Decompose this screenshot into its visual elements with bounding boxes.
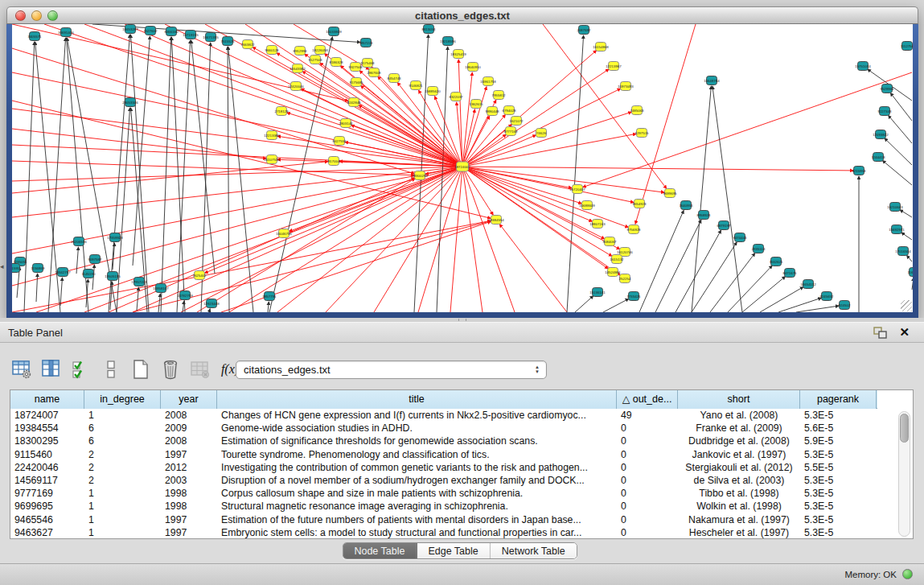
graph-node[interactable]: 12923448 <box>203 299 220 308</box>
graph-node[interactable]: 1733426 <box>626 292 641 301</box>
tab-node-table[interactable]: Node Table <box>343 543 417 559</box>
table-row[interactable]: 977716911998Corpus callosum shape and si… <box>10 487 887 500</box>
graph-node-selected[interactable]: 15885620 <box>425 87 441 96</box>
graph-node[interactable]: 8215953 <box>852 167 866 175</box>
graph-node[interactable]: 10654112 <box>800 280 816 289</box>
graph-node[interactable]: 1145190 <box>82 270 96 278</box>
graph-node[interactable]: 30691406 <box>58 28 74 37</box>
graph-node[interactable]: 15751074 <box>855 62 871 71</box>
graph-node-selected[interactable]: 6794028 <box>502 106 516 115</box>
graph-node-selected[interactable]: 16154808 <box>593 43 609 51</box>
graph-node[interactable]: 7857224 <box>359 39 373 47</box>
graph-node[interactable]: 16648784 <box>704 76 720 85</box>
unselect-columns-icon[interactable] <box>101 359 121 380</box>
graph-node[interactable]: 7632621 <box>769 257 783 266</box>
graph-node[interactable]: 924502 <box>839 301 851 310</box>
graph-node-selected[interactable]: 10973493 <box>618 82 634 91</box>
close-panel-icon[interactable]: ✕ <box>899 325 910 340</box>
graph-node-selected[interactable]: 9146821 <box>409 81 423 90</box>
table-mode-icon[interactable] <box>11 359 32 380</box>
graph-node-selected[interactable]: 18226058 <box>312 46 328 55</box>
graph-node-selected[interactable]: 9127503 <box>308 56 322 64</box>
graph-node-selected[interactable]: 7625402 <box>192 271 207 280</box>
graph-node[interactable]: 16782759 <box>177 291 193 300</box>
graph-node[interactable]: 29053346 <box>122 98 138 107</box>
graph-node-selected[interactable]: 14524861 <box>605 268 621 277</box>
splitter-handle[interactable] <box>458 319 466 321</box>
graph-node-selected[interactable]: 1615132 <box>610 255 624 264</box>
network-canvas[interactable]: 3405571306914061065328715276028466160107… <box>12 24 913 312</box>
table-row[interactable]: 1872400712008Changes of HCN gene express… <box>10 409 887 422</box>
graph-node-selected[interactable]: 7663822 <box>240 40 255 49</box>
graph-node-selected[interactable]: 18807243 <box>589 220 606 229</box>
minimize-window-button[interactable] <box>31 10 42 21</box>
graph-node-selected[interactable]: 1297515 <box>634 129 649 138</box>
column-header-year[interactable]: year <box>161 390 217 409</box>
graph-node-selected[interactable]: 16107534 <box>264 155 280 164</box>
graph-node[interactable]: 8466160 <box>164 27 179 36</box>
graph-node-selected[interactable]: 9175468 <box>360 59 375 68</box>
graph-node[interactable]: 1640954 <box>679 201 693 210</box>
graph-node-selected[interactable]: 12213383 <box>264 131 280 140</box>
table-row[interactable]: 969969511998Structural magnetic resonanc… <box>10 500 887 513</box>
graph-node[interactable]: 13342757 <box>55 268 71 277</box>
float-panel-icon[interactable] <box>873 327 887 339</box>
graph-node-selected[interactable]: 12213967 <box>606 62 622 71</box>
graph-node[interactable]: 8813054 <box>421 25 436 34</box>
memory-status-icon[interactable] <box>902 569 913 579</box>
graph-node-selected[interactable]: 8186328 <box>329 58 343 67</box>
graph-node-selected[interactable]: 74626 <box>536 129 547 138</box>
graph-node-selected[interactable]: 2718129 <box>274 107 289 116</box>
graph-node[interactable]: 17359928 <box>107 233 123 242</box>
graph-node[interactable]: 6879197 <box>717 221 731 230</box>
graph-node[interactable]: 9529966 <box>880 84 894 93</box>
graph-node[interactable]: 7515526 <box>220 37 235 46</box>
column-header-name[interactable]: name <box>10 390 84 409</box>
table-vertical-scrollbar[interactable] <box>898 411 910 537</box>
table-source-dropdown[interactable]: citations_edges.txt ▲▼ <box>236 360 547 379</box>
graph-node[interactable]: 20206536 <box>71 237 87 246</box>
delete-columns-icon[interactable] <box>160 359 181 380</box>
graph-node-selected[interactable]: 18640910 <box>465 63 481 72</box>
graph-node-selected[interactable]: 2867608 <box>367 68 381 77</box>
column-header-in_degree[interactable]: in_degree <box>84 390 161 409</box>
graph-node-selected[interactable]: 9175685 <box>349 78 363 87</box>
show-column-icon[interactable] <box>41 359 62 380</box>
graph-node[interactable]: 12093822 <box>873 130 889 139</box>
graph-node[interactable]: 17016504 <box>895 247 911 256</box>
graph-node-selected[interactable]: 9084067 <box>602 237 617 246</box>
graph-node[interactable]: 16671355 <box>203 33 219 42</box>
graph-node-selected[interactable]: 9890448 <box>485 107 499 116</box>
window-resize-grip[interactable] <box>901 300 912 311</box>
graph-node-selected[interactable]: 917004 <box>328 157 340 166</box>
window-titlebar[interactable]: citations_edges.txt <box>6 6 918 24</box>
graph-node[interactable]: 1244413 <box>871 153 885 162</box>
graph-node[interactable]: 9474444 <box>733 233 747 242</box>
table-row[interactable]: 2242004622012Investigating the contribut… <box>10 461 887 474</box>
column-header-out_de[interactable]: △ out_de... <box>617 390 678 409</box>
graph-node-selected[interactable]: 19384554 <box>488 216 504 225</box>
select-all-columns-icon[interactable] <box>71 359 92 380</box>
graph-node-selected[interactable]: 8454743 <box>387 74 401 83</box>
graph-node[interactable]: 2087682 <box>577 26 591 35</box>
graph-node-selected[interactable]: 9242848 <box>347 98 361 107</box>
tab-edge-table[interactable]: Edge Table <box>417 543 490 559</box>
graph-node[interactable]: 16958107 <box>153 284 169 293</box>
graph-node-selected[interactable]: 1362615 <box>469 100 483 109</box>
table-row[interactable]: 1830029562008Estimation of significance … <box>10 435 887 447</box>
graph-node[interactable]: 15692971 <box>889 225 905 234</box>
graph-node[interactable]: 8471676 <box>782 269 797 278</box>
graph-node-selected[interactable]: 1621072 <box>509 117 524 126</box>
graph-node-selected[interactable]: 9756928 <box>626 225 641 234</box>
graph-node-selected[interactable]: 16046756 <box>276 229 292 238</box>
graph-node[interactable]: 10653287 <box>122 25 138 34</box>
close-window-button[interactable] <box>15 10 26 21</box>
graph-node[interactable]: 1167533 <box>908 268 913 277</box>
zoom-window-button[interactable] <box>47 10 58 21</box>
table-row[interactable]: 1938455462009Genome-wide association stu… <box>10 422 887 435</box>
column-header-title[interactable]: title <box>217 390 617 409</box>
graph-node-selected[interactable]: 8912994 <box>293 47 307 56</box>
table-row[interactable]: 1456911722003Disruption of a novel membe… <box>10 474 887 487</box>
graph-node-selected[interactable]: 16961758 <box>480 77 496 86</box>
table-row[interactable]: 911546021997Tourette syndrome. Phenomeno… <box>10 448 887 461</box>
